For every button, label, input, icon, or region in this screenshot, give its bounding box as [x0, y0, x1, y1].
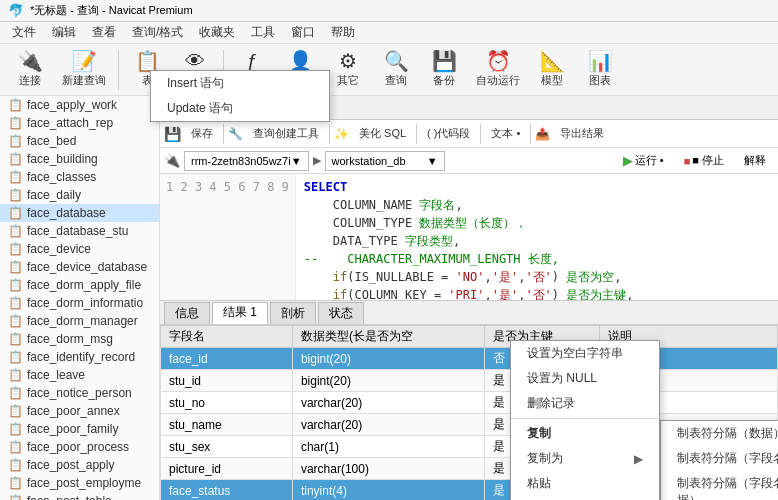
ctx-item-set-null-char[interactable]: 设置为空白字符串 [511, 341, 659, 366]
menu-item-查询/格式[interactable]: 查询/格式 [124, 22, 191, 43]
result-tab-剖析[interactable]: 剖析 [270, 302, 316, 324]
sidebar-item-face_identify_record[interactable]: 📋face_identify_record [0, 348, 159, 366]
text-mode-button[interactable]: 文本 • [485, 124, 526, 143]
submenu-arrow-icon: ▶ [634, 452, 643, 466]
result-tab-信息[interactable]: 信息 [164, 302, 210, 324]
sidebar-item-face_poor_process[interactable]: 📋face_poor_process [0, 438, 159, 456]
query-builder-button[interactable]: 查询创建工具 [247, 124, 325, 143]
show-submenu-item[interactable]: 制表符分隔（数据） [661, 421, 778, 446]
ctx-item-copy[interactable]: 复制 [511, 421, 659, 446]
toolbar-btn-connect[interactable]: 🔌连接 [8, 48, 52, 92]
explain-label: 解释 [744, 153, 766, 168]
face_dorm_manager-label: face_dorm_manager [27, 314, 138, 328]
toolbar: 🔌连接📝新建查询📋表👁视图ƒ函数👤用户⚙其它🔍查询💾备份⏰自动运行📐模型📊图表 [0, 44, 778, 96]
sidebar-item-face_dorm_apply_file[interactable]: 📋face_dorm_apply_file [0, 276, 159, 294]
code-content[interactable]: SELECT COLUMN_NAME 字段名, COLUMN_TYPE 数据类型… [296, 174, 778, 300]
save-button[interactable]: 保存 [185, 124, 219, 143]
sidebar-item-face_device_database[interactable]: 📋face_device_database [0, 258, 159, 276]
table-cell: stu_sex [161, 436, 293, 458]
autorun-label: 自动运行 [476, 73, 520, 88]
ctx-item-show[interactable]: 显示▶ [511, 496, 659, 500]
submenu-item-Update-语句[interactable]: Update 语句 [151, 96, 329, 121]
menu-item-查看[interactable]: 查看 [84, 22, 124, 43]
sidebar-item-face_poor_annex[interactable]: 📋face_poor_annex [0, 402, 159, 420]
menu-item-工具[interactable]: 工具 [243, 22, 283, 43]
toolbar-btn-new-query[interactable]: 📝新建查询 [56, 48, 112, 92]
toolbar-btn-model[interactable]: 📐模型 [530, 48, 574, 92]
title-bar: 🐬 *无标题 - 查询 - Navicat Premium [0, 0, 778, 22]
ctx-label: 设置为空白字符串 [527, 345, 623, 362]
sidebar-item-face_classes[interactable]: 📋face_classes [0, 168, 159, 186]
conn-icon: 🔌 [164, 153, 180, 168]
run-button[interactable]: ▶ 运行 • [615, 151, 672, 170]
toolbar-btn-autorun[interactable]: ⏰自动运行 [470, 48, 526, 92]
divider2 [329, 124, 330, 144]
table-row[interactable]: face_idbigint(20)否ID [161, 348, 778, 370]
menu-item-窗口[interactable]: 窗口 [283, 22, 323, 43]
backup-icon: 💾 [432, 51, 457, 71]
code-snippet-button[interactable]: ( )代码段 [421, 124, 476, 143]
toolbar-btn-backup[interactable]: 💾备份 [422, 48, 466, 92]
toolbar-btn-chart[interactable]: 📊图表 [578, 48, 622, 92]
menu-item-帮助[interactable]: 帮助 [323, 22, 363, 43]
editor-area[interactable]: 1 2 3 4 5 6 7 8 9 SELECT COLUMN_NAME 字段名… [160, 174, 778, 300]
sidebar-item-face_device[interactable]: 📋face_device [0, 240, 159, 258]
title-text: *无标题 - 查询 - Navicat Premium [30, 3, 193, 18]
export-result-button[interactable]: 导出结果 [554, 124, 610, 143]
sidebar-item-face_dorm_msg[interactable]: 📋face_dorm_msg [0, 330, 159, 348]
arrow-icon: ▶ [313, 154, 321, 167]
result-tab-结果 1[interactable]: 结果 1 [212, 302, 268, 324]
submenu-item-Insert-语句[interactable]: Insert 语句 [151, 71, 329, 96]
face_device-label: face_device [27, 242, 91, 256]
context-menu[interactable]: 设置为空白字符串设置为 NULL删除记录复制复制为▶粘贴显示▶ [510, 340, 660, 500]
result-tab-状态[interactable]: 状态 [318, 302, 364, 324]
toolbar-btn-query[interactable]: 🔍查询 [374, 48, 418, 92]
sidebar-item-face_database_stu[interactable]: 📋face_database_stu [0, 222, 159, 240]
beautify-sql-button[interactable]: 美化 SQL [353, 124, 412, 143]
sidebar-item-face_bed[interactable]: 📋face_bed [0, 132, 159, 150]
menu-item-收藏夹[interactable]: 收藏夹 [191, 22, 243, 43]
sidebar-item-face_notice_person[interactable]: 📋face_notice_person [0, 384, 159, 402]
face_post_apply-icon: 📋 [8, 458, 23, 472]
sidebar-item-face_dorm_manager[interactable]: 📋face_dorm_manager [0, 312, 159, 330]
show-submenu-item[interactable]: 制表符分隔（字段名） [661, 446, 778, 471]
sidebar-item-face_post_table[interactable]: 📋face_post_table [0, 492, 159, 500]
sidebar-item-face_poor_family[interactable]: 📋face_poor_family [0, 420, 159, 438]
function-icon: ƒ [246, 51, 257, 71]
sidebar: 📋face_apply_work📋face_attach_rep📋face_be… [0, 96, 160, 500]
menu-item-文件[interactable]: 文件 [4, 22, 44, 43]
sidebar-item-face_database[interactable]: 📋face_database [0, 204, 159, 222]
stop-button[interactable]: ■ ■ 停止 [676, 151, 732, 170]
explain-button[interactable]: 解释 [736, 151, 774, 170]
connect-icon: 🔌 [18, 51, 43, 71]
sidebar-item-face_building[interactable]: 📋face_building [0, 150, 159, 168]
menu-item-编辑[interactable]: 编辑 [44, 22, 84, 43]
autorun-icon: ⏰ [486, 51, 511, 71]
sidebar-item-face_apply_work[interactable]: 📋face_apply_work [0, 96, 159, 114]
connect-label: 连接 [19, 73, 41, 88]
face_poor_process-icon: 📋 [8, 440, 23, 454]
sidebar-item-face_attach_rep[interactable]: 📋face_attach_rep [0, 114, 159, 132]
sidebar-item-face_daily[interactable]: 📋face_daily [0, 186, 159, 204]
table-cell: face_id [161, 348, 293, 370]
toolbar-btn-other[interactable]: ⚙其它 [326, 48, 370, 92]
connection-select[interactable]: rrm-2zetn83n05wz7i ▼ [184, 151, 309, 171]
table-row[interactable]: stu_idbigint(20)是学生ID [161, 370, 778, 392]
stop-label: ■ 停止 [692, 153, 724, 168]
ctx-item-set-null[interactable]: 设置为 NULL [511, 366, 659, 391]
ctx-item-delete-record[interactable]: 删除记录 [511, 391, 659, 416]
sidebar-item-face_leave[interactable]: 📋face_leave [0, 366, 159, 384]
ctx-item-copy-as[interactable]: 复制为▶ [511, 446, 659, 471]
new-query-label: 新建查询 [62, 73, 106, 88]
sidebar-item-face_post_apply[interactable]: 📋face_post_apply [0, 456, 159, 474]
ctx-item-paste[interactable]: 粘贴 [511, 471, 659, 496]
sidebar-item-face_dorm_informatio[interactable]: 📋face_dorm_informatio [0, 294, 159, 312]
view-icon: 👁 [185, 51, 205, 71]
show-submenu-item[interactable]: 制表符分隔（字段名和数据） [661, 471, 778, 500]
table-row[interactable]: stu_novarchar(20)是学号 [161, 392, 778, 414]
database-select[interactable]: workstation_db ▼ [325, 151, 445, 171]
divider1 [223, 124, 224, 144]
table-cell: bigint(20) [292, 370, 485, 392]
ctx-label: 复制 [527, 425, 551, 442]
sidebar-item-face_post_employme[interactable]: 📋face_post_employme [0, 474, 159, 492]
